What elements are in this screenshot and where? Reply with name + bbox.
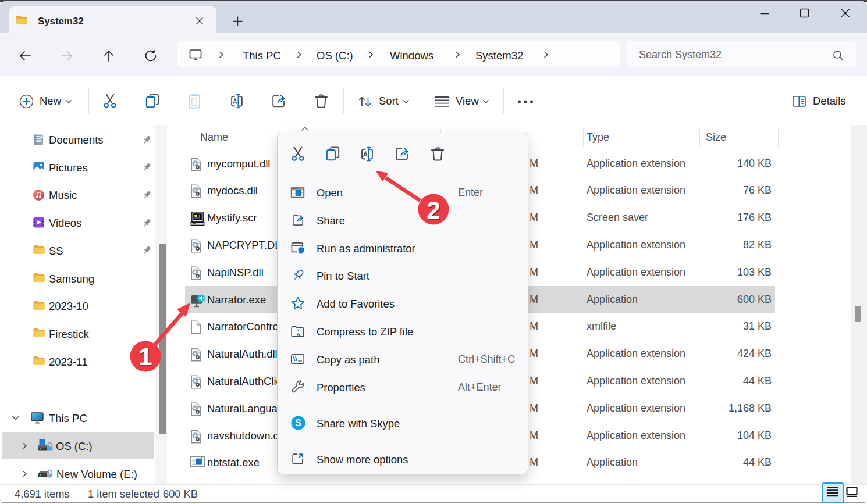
- svg-text:S: S: [295, 418, 301, 428]
